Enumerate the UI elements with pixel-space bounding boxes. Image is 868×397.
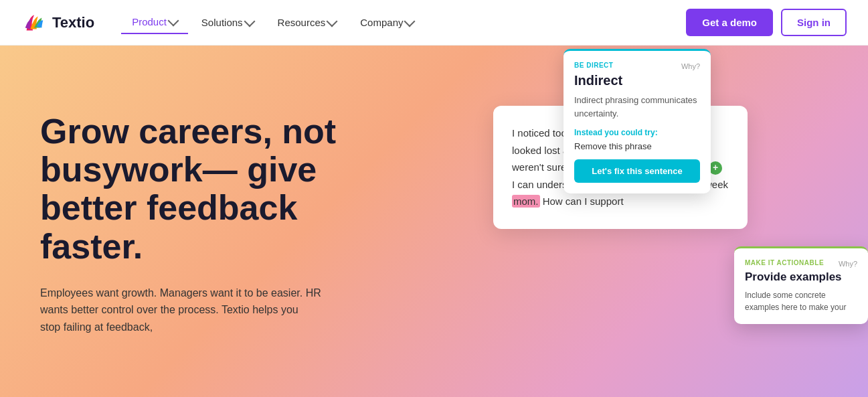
- tooltip-actionable-desc: Include some concrete examples here to m…: [745, 289, 857, 313]
- logo[interactable]: Textio: [21, 10, 94, 35]
- tooltip-try-label: Instead you could try:: [574, 128, 700, 137]
- tooltip-make-actionable: MAKE IT ACTIONABLE Why? Provide examples…: [734, 246, 868, 324]
- tooltip-be-direct: BE DIRECT Why? Indirect Indirect phrasin…: [563, 49, 711, 193]
- hero-right: BE DIRECT Why? Indirect Indirect phrasin…: [466, 46, 868, 397]
- get-demo-button[interactable]: Get a demo: [686, 9, 773, 36]
- tooltip-direct-why[interactable]: Why?: [681, 62, 700, 70]
- tooltip-suggestion: Remove this phrase: [574, 141, 700, 151]
- chevron-down-icon: [404, 16, 416, 27]
- sign-in-button[interactable]: Sign in: [781, 9, 847, 36]
- chevron-down-icon: [244, 16, 255, 27]
- hero-headline: Grow careers, not busywork— give better …: [40, 112, 348, 266]
- nav-links: Product Solutions Resources Company: [121, 11, 686, 34]
- plus-badge: +: [709, 161, 722, 175]
- logo-text: Textio: [52, 14, 94, 31]
- fix-sentence-button[interactable]: Let's fix this sentence: [574, 159, 700, 183]
- nav-ctas: Get a demo Sign in: [686, 9, 847, 36]
- tooltip-direct-label: BE DIRECT: [574, 62, 613, 69]
- hero-section: Grow careers, not busywork— give better …: [0, 46, 868, 397]
- nav-item-solutions[interactable]: Solutions: [191, 11, 264, 33]
- doc-text-part1: I noticed t: [512, 127, 555, 139]
- nav-item-company[interactable]: Company: [349, 11, 424, 33]
- tooltip-actionable-title: Provide examples: [745, 270, 857, 284]
- tooltip-actionable-why[interactable]: Why?: [839, 260, 857, 268]
- navbar: Textio Product Solutions Resources Compa…: [0, 0, 868, 46]
- tooltip-direct-desc: Indirect phrasing communicates uncertain…: [574, 94, 700, 120]
- chevron-down-icon: [167, 15, 179, 27]
- hero-left: Grow careers, not busywork— give better …: [40, 86, 348, 336]
- chevron-down-icon: [327, 16, 338, 27]
- tooltip-direct-title: Indirect: [574, 73, 700, 88]
- textio-logo-icon: [21, 10, 47, 35]
- nav-item-resources[interactable]: Resources: [267, 11, 347, 33]
- tooltip-actionable-label: MAKE IT ACTIONABLE: [745, 259, 824, 266]
- nav-item-product[interactable]: Product: [121, 11, 188, 34]
- hero-subtext: Employees want growth. Managers want it …: [40, 285, 321, 336]
- doc-highlight-pink: mom.: [512, 195, 540, 208]
- doc-text-part6: How can I support: [540, 195, 624, 207]
